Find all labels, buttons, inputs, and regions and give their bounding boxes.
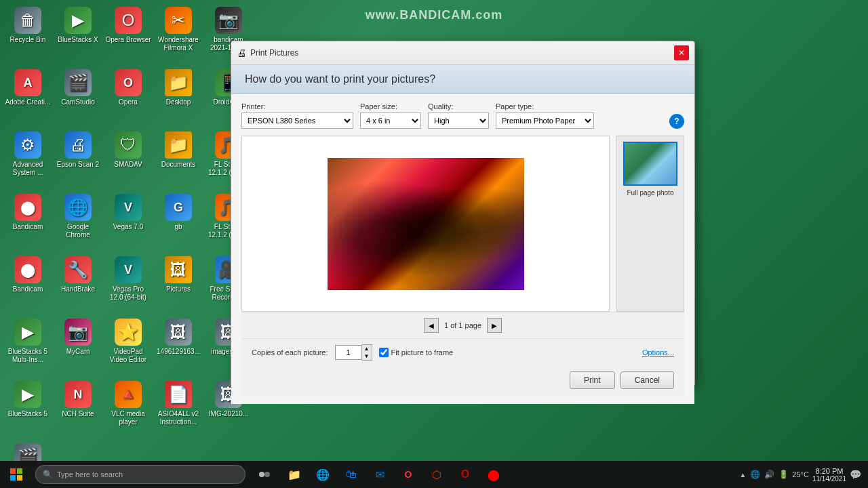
desktop-icon-recycle-bin[interactable]: 🗑 Recycle Bin	[3, 3, 52, 64]
notification-icon[interactable]: 💬	[850, 469, 861, 480]
desktop-icon-vlc[interactable]: 🔺 VLC media player	[104, 378, 153, 439]
svg-point-5	[264, 472, 270, 477]
paper-type-group: Paper type: Premium Photo Paper	[496, 102, 594, 129]
desktop-icon-bluestacks-x[interactable]: ▶ BlueStacks X	[54, 3, 102, 64]
vegas-pro-icon: V	[115, 256, 142, 283]
print-dialog: 🖨 Print Pictures ✕ How do you want to pr…	[231, 41, 695, 386]
tray-chevron[interactable]: ▲	[739, 471, 746, 479]
pagination-row: ◀ 1 of 1 page ▶	[241, 312, 684, 338]
taskbar-mail[interactable]: ✉	[366, 461, 393, 488]
mycam-icon: 📷	[64, 319, 92, 346]
paper-size-select[interactable]: 4 x 6 in	[360, 113, 421, 129]
printer-group: Printer: EPSON L380 Series	[241, 102, 353, 129]
img20210-label: IMG-20210...	[209, 410, 248, 418]
dialog-content-area: Full page photo	[241, 136, 684, 312]
taskbar-file-explorer[interactable]: 📁	[281, 461, 308, 488]
nch-icon: N	[64, 381, 92, 408]
taskbar-store[interactable]: 🛍	[338, 461, 365, 488]
taskbar-edge[interactable]: 🌐	[309, 461, 336, 488]
nch-label: NCH Suite	[62, 410, 94, 418]
desktop-icon-bandicam-app[interactable]: ⬤ Bandicam	[3, 190, 52, 251]
vegas7-label: Vegas 7.0	[113, 223, 143, 231]
desktop-icon-opera-mid[interactable]: O Opera	[104, 66, 153, 127]
svg-rect-2	[10, 475, 16, 481]
thumbnail-full-page[interactable]	[623, 142, 677, 186]
desktop-icon-vegas-pro[interactable]: V Vegas Pro 12.0 (64-bit)	[104, 253, 153, 314]
vegas7-icon: V	[115, 194, 142, 221]
asio4all-label: ASIO4ALL v2 Instruction...	[155, 410, 201, 426]
paper-type-select[interactable]: Premium Photo Paper	[496, 113, 594, 129]
help-button[interactable]: ?	[669, 114, 684, 129]
recycle-bin-icon: 🗑	[14, 7, 41, 34]
print-button[interactable]: Print	[570, 371, 615, 389]
dialog-footer: Copies of each picture: ▲ ▼ Fit picture …	[241, 338, 684, 366]
bluestacks-x-icon: ▶	[64, 7, 92, 34]
photo-overlay	[328, 158, 524, 290]
fit-checkbox[interactable]	[379, 348, 389, 357]
fit-label[interactable]: Fit picture to frame	[391, 348, 454, 357]
desktop-icon-mycam[interactable]: 📷 MyCam	[54, 315, 102, 376]
taskbar-opera[interactable]: O	[395, 461, 422, 488]
desktop-icon-bluestacks5[interactable]: ▶ BlueStacks 5 Multi-Ins...	[3, 315, 52, 376]
taskbar-record[interactable]: ⬤	[480, 461, 507, 488]
adobe-icon: A	[14, 69, 41, 96]
copies-increment[interactable]: ▲	[362, 345, 372, 352]
desktop: www.BANDICAM.com 🗑 Recycle Bin ▶ BlueSta…	[0, 0, 868, 461]
bluestacks5b-icon: ▶	[14, 381, 41, 408]
taskbar-search[interactable]: 🔍 Type here to search	[35, 465, 245, 484]
desktop-icon-documents[interactable]: 📁 Documents	[154, 128, 203, 189]
quality-select[interactable]: High	[428, 113, 489, 129]
printer-select[interactable]: EPSON L380 Series	[241, 113, 353, 129]
start-button[interactable]	[0, 461, 33, 488]
chrome-icon: 🌐	[64, 194, 92, 221]
dialog-body: Printer: EPSON L380 Series Paper size: 4…	[231, 94, 694, 404]
desktop-icon-vegas7[interactable]: V Vegas 7.0	[104, 190, 153, 251]
page-info: 1 of 1 page	[444, 321, 481, 329]
svg-rect-3	[17, 475, 22, 481]
desktop-icon-bluestacks5b[interactable]: ▶ BlueStacks 5	[3, 378, 52, 439]
bluestacks-x-label: BlueStacks X	[58, 36, 98, 44]
next-page-button[interactable]: ▶	[487, 318, 502, 333]
desktop-icon-epson-scan[interactable]: 🖨 Epson Scan 2	[54, 128, 102, 189]
prev-page-button[interactable]: ◀	[424, 318, 439, 333]
taskbar-opera2[interactable]: O	[452, 461, 479, 488]
taskbar-office[interactable]: ⬡	[423, 461, 450, 488]
desktop-icon-img1496[interactable]: 🖼 1496129163...	[154, 315, 203, 376]
desktop-icon-adobe[interactable]: A Adobe Creati...	[3, 66, 52, 127]
preview-area	[241, 136, 610, 312]
desktop-icon-advanced-system[interactable]: ⚙ Advanced System ...	[3, 128, 52, 189]
advanced-system-label: Advanced System ...	[5, 161, 51, 177]
desktop-icon-videopad[interactable]: ⭐ VideoPad Video Editor	[104, 315, 153, 376]
dialog-title-text: Print Pictures	[250, 48, 674, 58]
desktop-icon-chrome[interactable]: 🌐 Google Chrome	[54, 190, 102, 251]
system-time: 8:20 PM 11/14/2021	[812, 467, 846, 483]
adobe-label: Adobe Creati...	[5, 98, 51, 106]
options-button[interactable]: Options...	[642, 348, 674, 357]
bluestacks5b-label: BlueStacks 5	[8, 410, 47, 418]
desktop-icon-pictures[interactable]: 🖼 Pictures	[154, 253, 203, 314]
dialog-close-button[interactable]: ✕	[674, 45, 689, 60]
task-view-button[interactable]	[251, 461, 278, 488]
cancel-button[interactable]: Cancel	[620, 371, 674, 389]
desktop-icon-wondershare[interactable]: ✂ Wondershare Filmora X	[154, 3, 203, 64]
desktop-icon-opera-browser[interactable]: O Opera Browser	[104, 3, 153, 64]
desktop-folder-label: Desktop	[166, 98, 191, 106]
desktop-icon-asio4all[interactable]: 📄 ASIO4ALL v2 Instruction...	[154, 378, 203, 439]
desktop-icon-handbrake[interactable]: 🔧 HandBrake	[54, 253, 102, 314]
windows-icon	[10, 468, 22, 481]
desktop-icon-bandicam2[interactable]: ⬤ Bandicam	[3, 253, 52, 314]
taskbar-right-area: ▲ 🌐 🔊 🔋 25°C 8:20 PM 11/14/2021 💬	[739, 467, 868, 483]
paper-type-label: Paper type:	[496, 102, 594, 110]
copies-input[interactable]	[335, 345, 362, 360]
dialog-header: How do you want to print your pictures?	[231, 65, 694, 94]
epson-scan-icon: 🖨	[64, 131, 92, 159]
desktop-icon-smadav[interactable]: 🛡 SMADAV	[104, 128, 153, 189]
opera-browser-icon: O	[115, 7, 142, 34]
bandicam-app-label: Bandicam	[13, 223, 43, 231]
desktop-icon-desktop-folder[interactable]: 📁 Desktop	[154, 66, 203, 127]
copies-decrement[interactable]: ▼	[362, 352, 372, 360]
preview-image	[328, 158, 524, 290]
desktop-icon-nch[interactable]: N NCH Suite	[54, 378, 102, 439]
desktop-icon-camstudio[interactable]: 🎬 CamStudio	[54, 66, 102, 127]
desktop-icon-gb[interactable]: G gb	[154, 190, 203, 251]
